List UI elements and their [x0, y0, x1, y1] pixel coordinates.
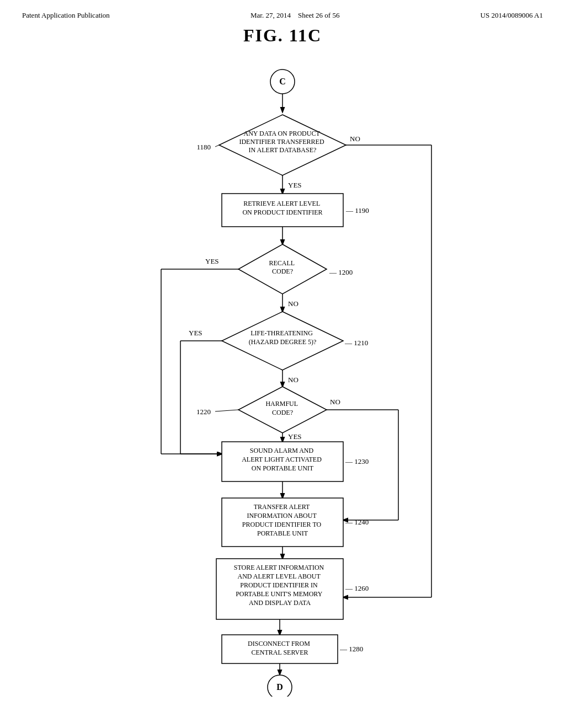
label-1240: — 1240 [345, 518, 369, 526]
header-right: US 2014/0089006 A1 [481, 11, 543, 20]
page: Patent Application Publication Mar. 27, … [0, 0, 565, 728]
label-1190: — 1190 [345, 206, 369, 215]
pub-date: Mar. 27, 2014 [250, 11, 291, 19]
header-center: Mar. 27, 2014 Sheet 26 of 56 [250, 11, 339, 20]
publication-label: Patent Application Publication [22, 11, 110, 19]
label-1180: 1180 [196, 143, 211, 151]
header: Patent Application Publication Mar. 27, … [22, 11, 543, 20]
header-left: Patent Application Publication [22, 11, 110, 20]
yes-1220: YES [288, 432, 302, 441]
sheet-info: Sheet 26 of 56 [298, 11, 339, 19]
no-1200: NO [288, 299, 299, 308]
patent-number: US 2014/0089006 A1 [481, 11, 543, 19]
label-1200: — 1200 [329, 268, 353, 276]
arrow-label-1180 [215, 145, 219, 147]
yes-1200: YES [205, 257, 219, 265]
start-label: C [279, 77, 286, 86]
arrow-label-1220 [215, 410, 238, 411]
no-1180: NO [350, 135, 360, 143]
figure-title: FIG. 11C [22, 25, 543, 46]
label-1220: 1220 [196, 408, 211, 416]
diagram-svg: C ANY DATA ON PRODUCT IDENTIFIER TRANSFE… [89, 57, 476, 697]
label-1280: — 1280 [339, 645, 363, 653]
label-1230: — 1230 [345, 457, 369, 465]
yes-1210: YES [189, 329, 202, 337]
node-1200-text: RECALL CODE? [269, 259, 296, 275]
flowchart: C ANY DATA ON PRODUCT IDENTIFIER TRANSFE… [89, 57, 476, 697]
node-1180-text: ANY DATA ON PRODUCT IDENTIFIER TRANSFERR… [239, 130, 326, 154]
node-1230-text: SOUND ALARM AND ALERT LIGHT ACTIVATED ON… [242, 447, 323, 472]
label-1260: — 1260 [345, 584, 369, 592]
no-1210: NO [288, 376, 299, 384]
no-1220: NO [330, 398, 340, 406]
end-label: D [276, 682, 283, 692]
label-1210: — 1210 [344, 339, 368, 347]
yes-1180: YES [288, 181, 302, 189]
